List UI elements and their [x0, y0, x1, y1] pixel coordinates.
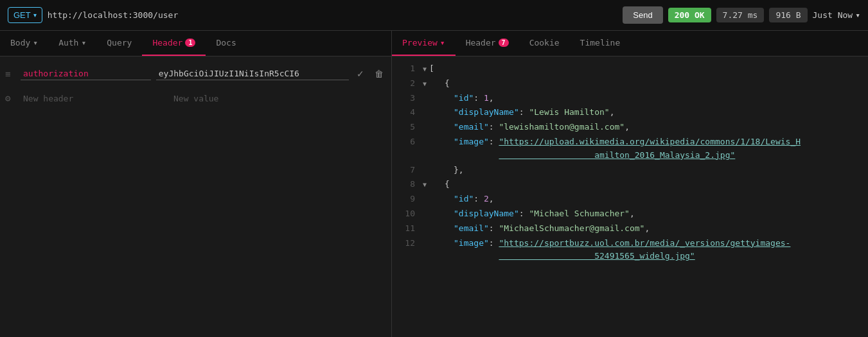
tab-preview[interactable]: Preview ▾ — [392, 31, 456, 56]
tab-header[interactable]: Header 1 — [142, 31, 206, 56]
tab-docs[interactable]: Docs — [206, 31, 246, 56]
preview-chevron: ▾ — [440, 38, 445, 48]
collapse-icon[interactable]: ▼ — [423, 64, 427, 74]
json-line-5: 5 "email" : "lewishamilton@gmail.com" , — [392, 120, 868, 135]
url-link-1[interactable]: "https://upload.wikimedia.org/wikipedia/… — [499, 135, 801, 162]
response-panel: Preview ▾ Header 7 Cookie Timeline 1 ▼ [ — [392, 31, 868, 337]
new-header-placeholder[interactable]: New header — [21, 92, 166, 105]
new-value-placeholder[interactable]: New value — [171, 92, 386, 105]
tab-cookie[interactable]: Cookie — [519, 31, 570, 56]
main-layout: Body ▾ Auth ▾ Query Header 1 Docs ≡ — [0, 31, 868, 337]
json-line-9: 9 "id" : 2 , — [392, 192, 868, 207]
request-tabs: Body ▾ Auth ▾ Query Header 1 Docs — [0, 31, 391, 56]
url-link-2[interactable]: "https://sportbuzz.uol.com.br/media/_ver… — [499, 237, 790, 264]
response-tabs: Preview ▾ Header 7 Cookie Timeline — [392, 31, 868, 56]
timestamp: Just Now ▾ — [813, 10, 860, 20]
json-line-7: 7 }, — [392, 163, 868, 178]
header-tab-badge: 1 — [185, 39, 195, 47]
header-list: ≡ ✓ 🗑 ⚙ New header New value — [0, 56, 391, 337]
tab-query[interactable]: Query — [96, 31, 142, 56]
url-input[interactable] — [48, 10, 618, 20]
json-line-11: 11 "email" : "MichaelSchumacher@gmail.co… — [392, 221, 868, 236]
json-line-12: 12 "image" : "https://sportbuzz.uol.com.… — [392, 236, 868, 264]
json-line-6: 6 "image" : "https://upload.wikimedia.or… — [392, 135, 868, 163]
request-panel: Body ▾ Auth ▾ Query Header 1 Docs ≡ — [0, 31, 392, 337]
json-line-10: 10 "displayName" : "Michael Schumacher" … — [392, 207, 868, 221]
check-button[interactable]: ✓ — [354, 67, 367, 80]
tab-auth-chevron: ▾ — [81, 38, 86, 48]
gear-icon: ⚙ — [5, 93, 15, 103]
chevron-down-icon: ▾ — [855, 10, 860, 20]
json-line-4: 4 "displayName" : "Lewis Hamilton" , — [392, 105, 868, 120]
res-header-badge: 7 — [499, 39, 509, 47]
tab-auth[interactable]: Auth ▾ — [48, 31, 96, 56]
send-button[interactable]: Send — [623, 6, 662, 24]
status-badge: 200 OK — [668, 8, 711, 22]
header-value-input[interactable] — [156, 67, 349, 80]
delete-button[interactable]: 🗑 — [372, 67, 386, 80]
drag-icon: ≡ — [5, 69, 15, 79]
time-badge: 7.27 ms — [716, 8, 765, 22]
header-name-input[interactable] — [21, 67, 151, 80]
tab-body[interactable]: Body ▾ — [0, 31, 48, 56]
collapse-icon[interactable]: ▼ — [423, 79, 427, 89]
top-bar: GET ▾ Send 200 OK 7.27 ms 916 B Just Now… — [0, 0, 868, 31]
tab-res-header[interactable]: Header 7 — [456, 31, 519, 56]
method-label: GET — [13, 10, 31, 20]
json-line-1: 1 ▼ [ — [392, 62, 868, 76]
json-viewer: 1 ▼ [ 2 ▼ { 3 "id" : 1 , 4 — [392, 56, 868, 337]
json-line-3: 3 "id" : 1 , — [392, 91, 868, 106]
method-button[interactable]: GET ▾ — [8, 7, 42, 23]
size-badge: 916 B — [769, 8, 807, 22]
json-line-8: 8 ▼ { — [392, 177, 868, 192]
tab-body-chevron: ▾ — [33, 38, 38, 48]
header-row: ≡ ✓ 🗑 — [0, 62, 391, 86]
tab-timeline[interactable]: Timeline — [570, 31, 631, 56]
chevron-down-icon: ▾ — [33, 12, 37, 19]
collapse-icon[interactable]: ▼ — [423, 180, 427, 190]
new-header-row: ⚙ New header New value — [0, 86, 391, 110]
json-line-2: 2 ▼ { — [392, 76, 868, 91]
